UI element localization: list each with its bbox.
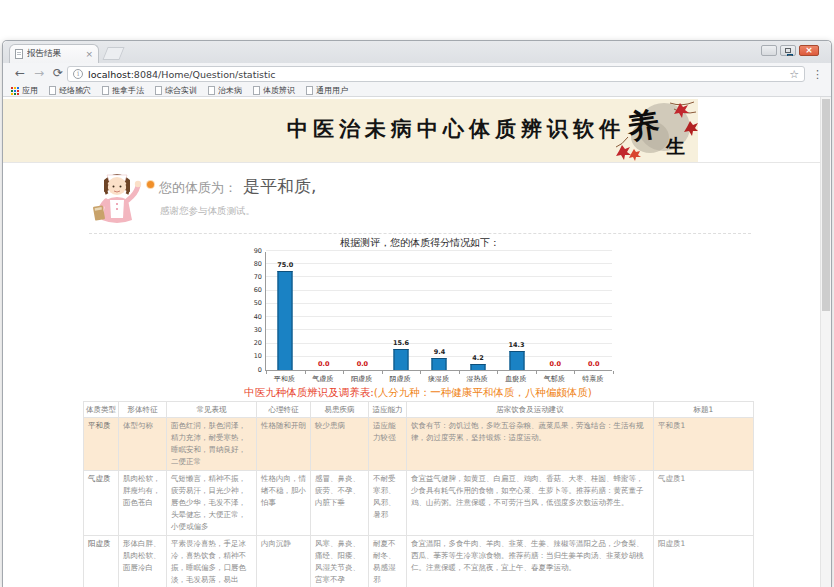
page-scrollbar[interactable]	[820, 97, 831, 587]
y-axis-tick-label: 10	[240, 354, 262, 361]
scrollbar-thumb[interactable]	[822, 99, 830, 311]
x-axis-category-label: 气虚质	[304, 374, 343, 384]
bookmark-item[interactable]: 推拿手法	[102, 85, 144, 96]
table-cell: 形体白胖、肌肉松软、面唇冷白	[119, 536, 167, 587]
result-prefix: 您的体质为：	[159, 179, 237, 197]
table-row-平和质: 平和质体型匀称面色红润，肤色润泽，精力充沛，耐受寒热，睡眠安和，胃纳良好，二便正…	[84, 418, 754, 471]
tab-strip: 报告结果 × ×	[3, 41, 831, 63]
table-row-阳虚质: 阳虚质形体白胖、肌肉松软、面唇冷白平素畏冷喜热，手足冰冷，喜热饮食，精神不振，睡…	[84, 536, 754, 587]
constitution-table: 体质类型形体特征常见表现心理特征易患疾病适应能力居家饮食及运动建议标题1 平和质…	[83, 401, 754, 587]
close-window-button[interactable]: ×	[799, 45, 819, 56]
table-cell: 内向沉静	[257, 536, 311, 587]
x-axis-category-label: 气郁质	[535, 374, 574, 384]
bookmark-label: 体质辨识	[263, 85, 295, 96]
y-axis-tick-label: 50	[240, 301, 262, 308]
bar-group-血瘀质: 14.3	[497, 252, 536, 370]
maximize-icon	[785, 48, 791, 53]
browser-tab[interactable]: 报告结果 ×	[9, 44, 99, 63]
x-axis-category-label: 湿热质	[458, 374, 497, 384]
new-tab-button[interactable]	[102, 47, 124, 60]
bar-group-特禀质: 0.0	[574, 252, 613, 370]
table-cell: 平和质	[84, 418, 119, 471]
x-axis-category-label: 阳虚质	[342, 374, 381, 384]
yangsheng-stamp-graphic: 养 生	[610, 97, 698, 161]
table-cell: 气虚质1	[654, 471, 754, 536]
table-column-header: 居家饮食及运动建议	[407, 402, 654, 418]
url-host: localhost	[88, 69, 131, 80]
table-column-header: 易患疾病	[311, 402, 369, 418]
window-controls: ×	[761, 45, 819, 56]
bar-value-label: 0.0	[574, 361, 613, 368]
browser-toolbar: ← → ⟳ i localhost:8084/Home/Question/sta…	[3, 63, 831, 85]
tab-close-icon[interactable]: ×	[85, 50, 93, 59]
chart-x-axis-labels: 平和质气虚质阳虚质阴虚质痰湿质湿热质血瘀质气郁质特禀质	[265, 374, 612, 384]
bar-group-气郁质: 0.0	[536, 252, 575, 370]
table-column-header: 常见表现	[167, 402, 257, 418]
table-cell: 阳虚质1	[654, 536, 754, 587]
address-bar[interactable]: i localhost:8084/Home/Question/statistic…	[67, 66, 805, 82]
table-cell: 饮食有节：勿饥过饱，多吃五谷杂粮、蔬菜瓜果，劳逸结合：生活有规律，勿过度劳累，坚…	[407, 418, 654, 471]
x-axis-category-label: 阴虚质	[381, 374, 420, 384]
x-axis-category-label: 平和质	[265, 374, 304, 384]
bookmark-label: 经络腧穴	[59, 85, 91, 96]
minimize-button[interactable]	[761, 45, 777, 56]
y-axis-tick-label: 90	[240, 248, 262, 255]
table-cell: 耐夏不耐冬、易感湿邪	[369, 536, 407, 587]
url-text[interactable]: localhost:8084/Home/Question/statistic	[88, 69, 784, 80]
table-cell: 平素畏冷喜热，手足冰冷，喜热饮食，精神不振，睡眠偏多，口唇色淡，毛发易落，易出汗…	[167, 536, 257, 587]
chart-gridline	[266, 250, 612, 251]
table-cell: 气短懒言，精神不振，疲劳易汗，目光少神，唇色少华，毛发不泽，头晕健忘，大便正常，…	[167, 471, 257, 536]
bookmarks-bar: 应用 经络腧穴推拿手法综合实训治未病体质辨识通用用户	[3, 85, 831, 97]
table-title-sub: (人分九种：一种健康平和体质，八种偏颇体质)	[374, 386, 592, 398]
bookmark-page-icon	[155, 86, 162, 95]
bookmark-item[interactable]: 通用用户	[306, 85, 348, 96]
browser-menu-icon[interactable]: ⋮	[812, 68, 823, 81]
x-axis-category-label: 痰湿质	[419, 374, 458, 384]
stamp-char-top: 养	[624, 104, 662, 146]
score-bar-chart: 010203040506070809075.00.00.015.69.44.21…	[265, 252, 612, 371]
table-column-header: 形体特征	[119, 402, 167, 418]
y-axis-tick-label: 40	[240, 314, 262, 321]
bar	[393, 349, 408, 370]
apps-label: 应用	[22, 85, 38, 96]
table-cell: 感冒、鼻炎、疲劳、不孕、内脏下垂	[311, 471, 369, 536]
table-cell: 风寒、鼻炎、痛经、阳痿、风湿关节炎、宫寒不孕	[311, 536, 369, 587]
bookmark-item[interactable]: 治未病	[208, 85, 242, 96]
bar-group-气虚质: 0.0	[305, 252, 344, 370]
bookmark-star-icon[interactable]: ☆	[789, 69, 799, 80]
section-divider	[89, 233, 751, 234]
banner-divider	[3, 162, 831, 163]
refresh-icon[interactable]: ⟳	[53, 66, 63, 80]
bookmark-item[interactable]: 综合实训	[155, 85, 197, 96]
y-axis-tick-label: 30	[240, 327, 262, 334]
table-cell: 性格随和开朗	[257, 418, 311, 471]
bookmark-item[interactable]: 经络腧穴	[49, 85, 91, 96]
bar-value-label: 4.2	[459, 355, 498, 362]
screenshot-root: 报告结果 × × ← → ⟳ i localhost:8084/Home/Que…	[0, 0, 834, 587]
bookmark-label: 治未病	[218, 85, 242, 96]
bookmark-item[interactable]: 体质辨识	[253, 85, 295, 96]
y-axis-tick-label: 60	[240, 287, 262, 294]
y-axis-tick-label: 20	[240, 340, 262, 347]
url-path: :8084/Home/Question/statistic	[131, 69, 276, 80]
bar-group-湿热质: 4.2	[459, 252, 498, 370]
bookmark-page-icon	[102, 86, 109, 95]
bookmark-label: 通用用户	[316, 85, 348, 96]
table-cell: 阳虚质	[84, 536, 119, 587]
bookmark-page-icon	[49, 86, 56, 95]
result-bullet-icon	[147, 181, 154, 188]
bar	[509, 351, 524, 370]
bar-value-label: 14.3	[497, 342, 536, 349]
back-icon[interactable]: ←	[15, 66, 25, 80]
y-axis-tick-label: 0	[240, 367, 262, 374]
page-info-icon[interactable]: i	[73, 69, 83, 79]
forward-icon[interactable]: →	[34, 66, 44, 80]
web-page: 中医治未病中心体质辨识软件 养 生	[3, 97, 831, 587]
bar-value-label: 0.0	[305, 361, 344, 368]
table-row-气虚质: 气虚质肌肉松软，胖瘦均有，面色苍白气短懒言，精神不振，疲劳易汗，目光少神，唇色少…	[84, 471, 754, 536]
apps-shortcut[interactable]: 应用	[11, 85, 38, 96]
bar-group-平和质: 75.0	[266, 252, 305, 370]
y-axis-tick-label: 70	[240, 274, 262, 281]
bar-group-痰湿质: 9.4	[420, 252, 459, 370]
bar-group-阳虚质: 0.0	[343, 252, 382, 370]
